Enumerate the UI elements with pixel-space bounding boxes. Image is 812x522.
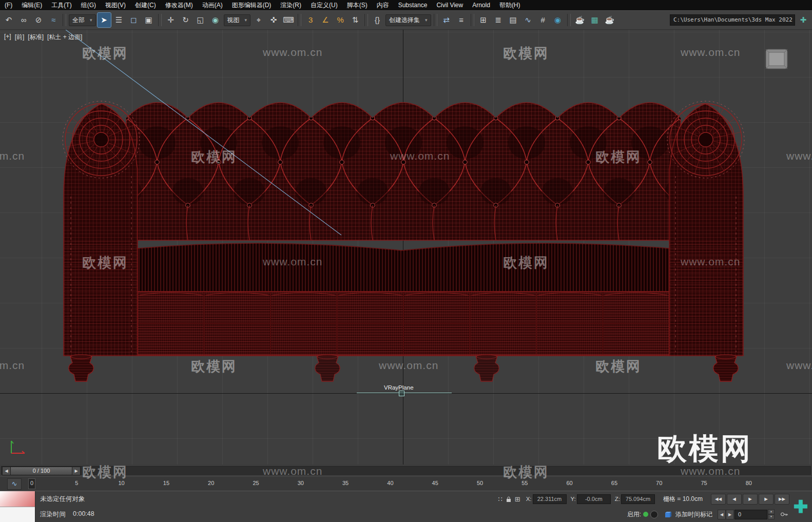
- menu-item-6[interactable]: 修改器(M): [161, 0, 198, 10]
- select-and-rotate-icon[interactable]: ↻: [179, 13, 192, 27]
- spinner-snap-icon[interactable]: ⇅: [349, 13, 362, 27]
- align-icon[interactable]: ≡: [455, 13, 468, 27]
- menu-item-13[interactable]: Substance: [394, 0, 432, 10]
- select-and-scale-icon[interactable]: ◱: [194, 13, 207, 27]
- enable-indicator-icon[interactable]: [643, 512, 648, 517]
- menu-item-14[interactable]: Civil View: [432, 0, 468, 10]
- frame-tick-label: 25: [253, 480, 259, 486]
- rendered-frame-window-icon[interactable]: ▦: [588, 13, 602, 27]
- vrayplane-center-handle[interactable]: [399, 391, 404, 396]
- play-animation-button[interactable]: ▶: [743, 494, 758, 505]
- sofa-wireframe-model[interactable]: [61, 86, 746, 384]
- time-slider-handle[interactable]: 0 / 100: [10, 467, 72, 475]
- x-coordinate-field[interactable]: 22.311cm: [533, 494, 567, 504]
- select-and-move-icon[interactable]: ✛: [164, 13, 178, 27]
- reference-coordinate-dropdown[interactable]: 视图▾: [224, 14, 251, 26]
- selection-lock-icon[interactable]: [506, 496, 512, 502]
- menu-item-1[interactable]: 编辑(E): [17, 0, 47, 10]
- previous-frame-button[interactable]: ◀: [727, 494, 742, 505]
- add-time-tag-icon[interactable]: [665, 511, 671, 518]
- menu-item-15[interactable]: Arnold: [468, 0, 495, 10]
- project-path-field[interactable]: C:\Users\Han\Documents\3ds Max 2022: [670, 14, 795, 26]
- playback-controls: ◀◀◀▶▶▶▶: [711, 494, 789, 505]
- time-slider-next-button[interactable]: ▶: [72, 467, 81, 475]
- absolute-offset-mode-icon[interactable]: ⊞: [515, 495, 520, 503]
- time-configuration-button[interactable]: ✚: [791, 494, 810, 519]
- go-to-start-button[interactable]: ◀◀: [711, 494, 726, 505]
- enable-knob-icon[interactable]: [650, 511, 658, 518]
- mirror-icon[interactable]: ⇄: [440, 13, 453, 27]
- menu-item-9[interactable]: 渲染(R): [276, 0, 306, 10]
- menu-item-3[interactable]: 组(G): [76, 0, 101, 10]
- maxscript-listener-macro-pane[interactable]: [0, 491, 35, 507]
- frame-spinner[interactable]: ▲▼: [768, 509, 775, 519]
- menu-item-0[interactable]: (F): [0, 0, 17, 10]
- snap-toggle-3d-icon[interactable]: 3: [304, 13, 317, 27]
- time-slider-prev-button[interactable]: ◀: [2, 467, 11, 475]
- frame-tick-label: 15: [163, 480, 169, 486]
- maxscript-mini-listener[interactable]: [0, 491, 35, 522]
- angle-snap-icon[interactable]: ∠: [319, 13, 332, 27]
- viewcube[interactable]: [763, 46, 790, 72]
- select-by-name-icon[interactable]: ☰: [112, 13, 126, 27]
- render-time-value: 0:00:48: [73, 510, 94, 519]
- percent-snap-icon[interactable]: %: [334, 13, 347, 27]
- menu-item-10[interactable]: 自定义(U): [306, 0, 342, 10]
- menu-item-5[interactable]: 创建(C): [130, 0, 161, 10]
- add-time-tag-label[interactable]: 添加时间标记: [675, 510, 712, 519]
- ribbon-icon[interactable]: ▤: [507, 13, 520, 27]
- menu-item-4[interactable]: 视图(V): [101, 0, 130, 10]
- previous-key-button[interactable]: ◀: [718, 510, 726, 519]
- frame-tick-label: 5: [75, 480, 78, 486]
- menu-item-7[interactable]: 动画(A): [198, 0, 227, 10]
- bind-to-space-warp-icon[interactable]: ≈: [47, 13, 60, 27]
- select-and-manipulate-icon[interactable]: ✜: [267, 13, 280, 27]
- toolbar-separator: [471, 14, 474, 26]
- go-to-end-button[interactable]: ▶▶: [775, 494, 789, 505]
- edit-named-selection-sets-icon[interactable]: {}: [371, 13, 384, 27]
- viewport-pov-menu[interactable]: [前]: [15, 33, 25, 42]
- frame-tick-label: 80: [746, 480, 752, 486]
- undo-icon[interactable]: ↶: [2, 13, 15, 27]
- viewport-general-menu[interactable]: [+]: [4, 33, 11, 42]
- schematic-view-icon[interactable]: #: [536, 13, 550, 27]
- viewport-standard-menu[interactable]: [标准]: [28, 33, 44, 42]
- select-and-link-icon[interactable]: ∞: [17, 13, 30, 27]
- rectangular-selection-region-icon[interactable]: ◻: [127, 13, 141, 27]
- viewport-front[interactable]: [+] [前] [标准] [粘土 + 边面]: [0, 30, 812, 465]
- world-axis-tripod: [8, 437, 31, 459]
- y-coordinate-field[interactable]: -0.0cm: [577, 494, 611, 504]
- select-object-icon[interactable]: ➤: [98, 13, 111, 27]
- isolate-selection-icon[interactable]: ∷: [498, 495, 502, 503]
- z-coordinate-field[interactable]: 75.094cm: [621, 494, 655, 504]
- use-pivot-center-icon[interactable]: ⌖: [252, 13, 265, 27]
- layer-explorer-icon[interactable]: ≣: [492, 13, 505, 27]
- next-key-button[interactable]: ▶: [726, 510, 734, 519]
- named-selection-sets-dropdown[interactable]: 创建选择集▾: [385, 14, 431, 26]
- select-and-place-icon[interactable]: ◉: [209, 13, 222, 27]
- window-crossing-icon[interactable]: ▣: [142, 13, 156, 27]
- material-editor-icon[interactable]: ◉: [551, 13, 565, 27]
- render-production-icon[interactable]: ☕: [603, 13, 616, 27]
- track-bar[interactable]: ∿ 05101520253035404550556065707580: [0, 476, 812, 491]
- selection-filter-dropdown[interactable]: 全部▾: [69, 14, 96, 26]
- next-frame-button[interactable]: ▶: [759, 494, 774, 505]
- time-slider-track[interactable]: ◀ 0 / 100 ▶: [1, 466, 811, 475]
- workspace-icon[interactable]: ✚: [797, 13, 810, 27]
- menu-item-16[interactable]: 帮助(H): [495, 0, 525, 10]
- viewport-shading-menu[interactable]: [粘土 + 边面]: [47, 33, 82, 42]
- menu-item-8[interactable]: 图形编辑器(D): [227, 0, 276, 10]
- unlink-selection-icon[interactable]: ⊘: [32, 13, 45, 27]
- toolbar-separator: [158, 14, 162, 26]
- menu-item-2[interactable]: 工具(T): [47, 0, 76, 10]
- menu-item-12[interactable]: 内容: [372, 0, 394, 10]
- maxscript-listener-script-pane[interactable]: [0, 507, 35, 522]
- keyboard-override-icon[interactable]: ⌨: [282, 13, 295, 27]
- scene-explorer-icon[interactable]: ⊞: [477, 13, 490, 27]
- menu-item-11[interactable]: 脚本(S): [342, 0, 372, 10]
- key-mode-icon[interactable]: [780, 511, 788, 518]
- current-frame-field[interactable]: 0: [734, 510, 767, 519]
- render-setup-icon[interactable]: ☕: [573, 13, 587, 27]
- mini-curve-editor-button[interactable]: ∿: [7, 478, 22, 490]
- curve-editor-icon[interactable]: ∿: [521, 13, 535, 27]
